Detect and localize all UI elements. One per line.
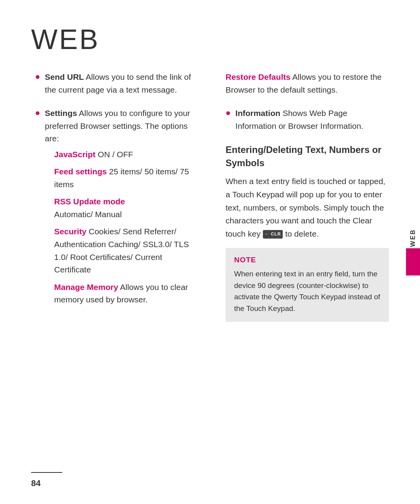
sub-items-list: JavaScript ON / OFF Feed settings 25 ite… (54, 148, 198, 306)
entering-body-after: to delete. (285, 229, 318, 238)
entering-deleting-heading: Entering/Deleting Text, Numbers or Symbo… (226, 143, 389, 169)
feed-settings-term: Feed settings (54, 167, 107, 176)
right-column: Restore Defaults Allows you to restore t… (222, 71, 389, 322)
side-tab-label: WEB (410, 228, 416, 246)
note-label: NOTE (234, 256, 380, 264)
left-column: ● Send URL Allows you to send the link o… (31, 71, 198, 322)
information-item: ● Information Shows Web Page Information… (226, 107, 389, 132)
send-url-item: ● Send URL Allows you to send the link o… (35, 71, 198, 96)
information-content: Information Shows Web Page Information o… (235, 107, 389, 132)
send-url-content: Send URL Allows you to send the link of … (45, 71, 198, 96)
javascript-text: ON / OFF (96, 150, 133, 159)
manage-memory-term: Manage Memory (54, 283, 118, 292)
javascript-term: JavaScript (54, 150, 95, 159)
rss-update-item: RSS Update mode Automatic/ Manual (54, 195, 198, 221)
bullet-dot-sendurl: ● (35, 72, 40, 82)
note-text: When entering text in an entry field, tu… (234, 268, 380, 314)
settings-term: Settings (45, 109, 77, 118)
send-url-term: Send URL (45, 72, 84, 81)
page-divider (31, 472, 62, 473)
clr-key: ← CLR (263, 230, 283, 239)
rss-update-term: RSS Update mode (54, 197, 125, 206)
page-container: WEB ● Send URL Allows you to send the li… (0, 0, 420, 504)
settings-item: ● Settings Allows you to configure to yo… (35, 107, 198, 311)
side-tab: WEB (406, 228, 420, 275)
two-column-layout: ● Send URL Allows you to send the link o… (31, 71, 389, 322)
rss-update-text: Automatic/ Manual (54, 210, 122, 219)
settings-content: Settings Allows you to configure to your… (45, 107, 198, 311)
restore-defaults-item: Restore Defaults Allows you to restore t… (226, 71, 389, 96)
page-number: 84 (31, 478, 40, 488)
security-term: Security (54, 227, 86, 236)
manage-memory-item: Manage Memory Allows you to clear memory… (54, 281, 198, 306)
information-term: Information (235, 109, 280, 118)
entering-deleting-body: When a text entry field is touched or ta… (226, 175, 389, 240)
side-tab-bar (406, 248, 420, 276)
feed-settings-item: Feed settings 25 items/ 50 items/ 75 ite… (54, 165, 198, 191)
security-item: Security Cookies/ Send Referrer/ Authent… (54, 225, 198, 276)
note-box: NOTE When entering text in an entry fiel… (226, 248, 389, 322)
page-title: WEB (31, 23, 389, 55)
bullet-dot-settings: ● (35, 108, 40, 118)
restore-defaults-term: Restore Defaults (226, 72, 290, 81)
bullet-dot-information: ● (226, 108, 231, 118)
javascript-item: JavaScript ON / OFF (54, 148, 198, 161)
